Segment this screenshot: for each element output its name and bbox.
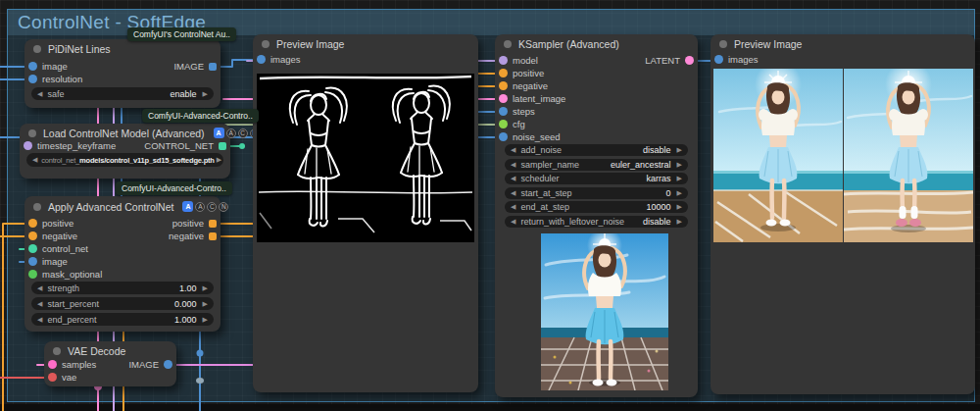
port-dot[interactable]: [685, 56, 694, 65]
decrement-arrow-icon[interactable]: ◀: [511, 175, 515, 182]
decrement-arrow-icon[interactable]: ◀: [37, 316, 42, 324]
node-pidinet-lines[interactable]: PiDiNet Lines image resolution IMAGE ◀ s…: [24, 39, 220, 108]
collapse-dot[interactable]: [28, 129, 36, 137]
result-image-1: [713, 69, 843, 242]
output-slot-positive[interactable]: positive: [172, 217, 217, 230]
input-slot-images[interactable]: images: [714, 53, 759, 66]
input-slot-images[interactable]: images: [257, 53, 301, 66]
widget-sampler-name[interactable]: ◀ sampler_name euler_ancestral ▶: [505, 159, 688, 171]
decrement-arrow-icon[interactable]: ◀: [511, 203, 515, 211]
node-graph-canvas[interactable]: ControlNet - SoftEdge: [0, 0, 980, 411]
input-slot-samples[interactable]: samples: [48, 358, 96, 371]
widget-scheduler[interactable]: ◀ scheduler karras ▶: [505, 173, 688, 184]
port-dot[interactable]: [499, 56, 508, 65]
input-slot-image[interactable]: image: [28, 255, 68, 268]
port-dot[interactable]: [28, 270, 37, 279]
increment-arrow-icon[interactable]: ▶: [677, 203, 682, 211]
output-slot-latent[interactable]: LATENT: [645, 54, 694, 67]
port-dot[interactable]: [28, 244, 37, 253]
increment-arrow-icon[interactable]: ▶: [677, 175, 682, 182]
widget-safe[interactable]: ◀ safe enable ▶: [31, 87, 214, 100]
port-dot[interactable]: [499, 132, 508, 141]
input-slot-negative[interactable]: negative: [499, 79, 548, 92]
increment-arrow-icon[interactable]: ▶: [677, 146, 682, 154]
decrement-arrow-icon[interactable]: ◀: [511, 189, 515, 197]
output-slot-image[interactable]: IMAGE: [173, 60, 217, 73]
widget-start-at-step[interactable]: ◀ start_at_step 0 ▶: [505, 187, 688, 199]
port-dot[interactable]: [48, 360, 57, 369]
widget-return-with-leftover-noise[interactable]: ◀ return_with_leftover_noise disable ▶: [505, 216, 688, 228]
input-slot-control-net[interactable]: control_net: [28, 242, 88, 255]
increment-arrow-icon[interactable]: ▶: [217, 156, 221, 164]
widget-start-percent[interactable]: ◀ start_percent 0.000 ▶: [31, 297, 214, 310]
port-dot[interactable]: [499, 107, 508, 116]
port-dot[interactable]: [209, 232, 217, 240]
collapse-dot[interactable]: [33, 45, 41, 53]
decrement-arrow-icon[interactable]: ◀: [37, 90, 42, 98]
increment-arrow-icon[interactable]: ▶: [677, 218, 682, 226]
decrement-arrow-icon[interactable]: ◀: [32, 156, 37, 164]
port-dot[interactable]: [28, 62, 37, 71]
input-slot-timestep-keyframe[interactable]: timestep_keyframe: [24, 139, 116, 152]
port-dot[interactable]: [714, 55, 723, 64]
decrement-arrow-icon[interactable]: ◀: [37, 284, 42, 292]
port-dot[interactable]: [28, 219, 37, 228]
node-ksampler-advanced[interactable]: KSampler (Advanced) model positive negat…: [495, 34, 698, 397]
increment-arrow-icon[interactable]: ▶: [677, 161, 682, 169]
output-slot-image[interactable]: IMAGE: [128, 358, 172, 371]
input-slot-positive[interactable]: positive: [28, 217, 74, 230]
widget-control-net-name[interactable]: ◀ control_net_ models/control_v11p_sd15_…: [26, 153, 223, 167]
input-slot-negative[interactable]: negative: [28, 230, 77, 242]
input-slot-steps[interactable]: steps: [499, 105, 535, 118]
increment-arrow-icon[interactable]: ▶: [203, 300, 208, 308]
node-vae-decode[interactable]: VAE Decode samples vae IMAGE: [44, 341, 176, 386]
decrement-arrow-icon[interactable]: ◀: [511, 218, 515, 226]
port-dot[interactable]: [499, 120, 508, 128]
input-slot-vae[interactable]: vae: [48, 371, 76, 384]
output-slot-control-net[interactable]: CONTROL_NET: [144, 139, 226, 152]
port-dot[interactable]: [499, 94, 508, 103]
collapse-dot[interactable]: [719, 40, 727, 48]
widget-add-noise[interactable]: ◀ add_noise disable ▶: [505, 144, 688, 156]
node-preview-image-edges[interactable]: Preview Image images: [253, 34, 478, 392]
node-title: Apply Advanced ControlNet: [48, 201, 173, 213]
port-dot[interactable]: [48, 373, 57, 382]
port-dot[interactable]: [164, 360, 172, 369]
collapse-dot[interactable]: [33, 203, 41, 211]
port-dot[interactable]: [499, 69, 508, 77]
port-dot[interactable]: [257, 55, 266, 64]
input-slot-model[interactable]: model: [499, 54, 538, 67]
collapse-dot[interactable]: [53, 347, 61, 355]
port-dot[interactable]: [499, 81, 508, 90]
increment-arrow-icon[interactable]: ▶: [203, 90, 208, 98]
input-slot-latent-image[interactable]: latent_image: [499, 92, 565, 105]
port-dot[interactable]: [219, 142, 226, 150]
port-dot[interactable]: [28, 257, 37, 266]
port-dot[interactable]: [28, 75, 37, 83]
output-slot-negative[interactable]: negative: [169, 230, 217, 242]
node-preview-image-result[interactable]: Preview Image images: [710, 34, 975, 394]
input-slot-positive[interactable]: positive: [499, 67, 544, 79]
port-dot[interactable]: [28, 231, 37, 240]
port-dot[interactable]: [24, 141, 32, 150]
increment-arrow-icon[interactable]: ▶: [677, 189, 682, 197]
increment-arrow-icon[interactable]: ▶: [203, 316, 208, 324]
increment-arrow-icon[interactable]: ▶: [203, 284, 208, 292]
node-load-controlnet-model[interactable]: Load ControlNet Model (Advanced) A A C N…: [20, 124, 230, 179]
input-slot-noise-seed[interactable]: noise_seed: [499, 130, 561, 143]
port-dot[interactable]: [209, 220, 217, 228]
port-dot[interactable]: [209, 63, 217, 71]
widget-end-at-step[interactable]: ◀ end_at_step 10000 ▶: [505, 201, 688, 213]
decrement-arrow-icon[interactable]: ◀: [511, 161, 515, 169]
decrement-arrow-icon[interactable]: ◀: [511, 146, 515, 154]
input-slot-resolution[interactable]: resolution: [28, 73, 82, 85]
decrement-arrow-icon[interactable]: ◀: [37, 300, 42, 308]
widget-strength[interactable]: ◀ strength 1.00 ▶: [31, 282, 214, 294]
widget-end-percent[interactable]: ◀ end_percent 1.000 ▶: [31, 313, 214, 326]
collapse-dot[interactable]: [504, 40, 512, 48]
input-slot-image[interactable]: image: [28, 60, 68, 73]
input-slot-cfg[interactable]: cfg: [499, 118, 525, 130]
node-apply-advanced-controlnet[interactable]: Apply Advanced ControlNet A A C N positi…: [24, 196, 220, 332]
input-slot-mask-optional[interactable]: mask_optional: [28, 268, 102, 281]
collapse-dot[interactable]: [262, 40, 270, 48]
